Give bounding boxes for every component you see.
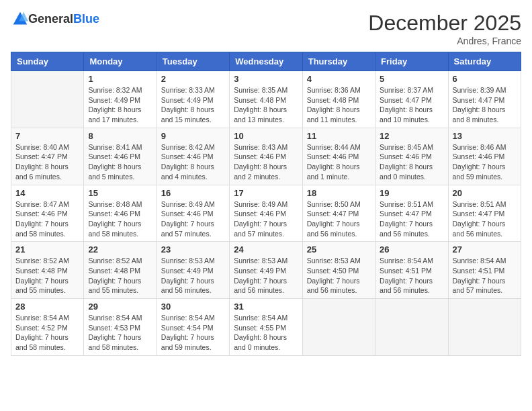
day-detail: Sunrise: 8:53 AMSunset: 4:49 PMDaylight:… <box>234 256 298 295</box>
calendar-cell: 15Sunrise: 8:48 AMSunset: 4:46 PMDayligh… <box>84 185 157 242</box>
day-detail: Sunrise: 8:51 AMSunset: 4:47 PMDaylight:… <box>453 199 517 239</box>
day-number: 12 <box>380 131 443 141</box>
day-detail: Sunrise: 8:45 AMSunset: 4:46 PMDaylight:… <box>380 142 443 182</box>
day-detail: Sunrise: 8:49 AMSunset: 4:46 PMDaylight:… <box>234 199 298 239</box>
calendar-cell: 6Sunrise: 8:39 AMSunset: 4:47 PMDaylight… <box>448 71 521 128</box>
calendar-week-row: 7Sunrise: 8:40 AMSunset: 4:47 PMDaylight… <box>11 128 521 185</box>
day-number: 30 <box>161 302 225 312</box>
day-number: 26 <box>380 244 443 255</box>
day-number: 27 <box>453 244 517 255</box>
calendar-cell: 20Sunrise: 8:51 AMSunset: 4:47 PMDayligh… <box>448 185 521 242</box>
day-number: 24 <box>234 244 298 255</box>
calendar-cell: 23Sunrise: 8:53 AMSunset: 4:49 PMDayligh… <box>157 242 229 299</box>
calendar-cell: 14Sunrise: 8:47 AMSunset: 4:46 PMDayligh… <box>11 185 84 242</box>
day-detail: Sunrise: 8:53 AMSunset: 4:49 PMDaylight:… <box>161 256 225 295</box>
day-number: 3 <box>234 74 298 84</box>
calendar-cell <box>11 71 84 128</box>
day-number: 11 <box>307 131 371 141</box>
day-number: 4 <box>307 74 371 84</box>
day-detail: Sunrise: 8:43 AMSunset: 4:46 PMDaylight:… <box>234 142 298 182</box>
day-detail: Sunrise: 8:35 AMSunset: 4:48 PMDaylight:… <box>234 85 298 125</box>
calendar-week-row: 14Sunrise: 8:47 AMSunset: 4:46 PMDayligh… <box>11 185 521 242</box>
calendar-cell: 2Sunrise: 8:33 AMSunset: 4:49 PMDaylight… <box>157 71 229 128</box>
day-number: 20 <box>453 188 517 198</box>
calendar-day-header: Thursday <box>302 52 375 71</box>
calendar-cell: 13Sunrise: 8:46 AMSunset: 4:46 PMDayligh… <box>448 128 521 185</box>
calendar-cell: 27Sunrise: 8:54 AMSunset: 4:51 PMDayligh… <box>448 242 521 299</box>
calendar-cell: 24Sunrise: 8:53 AMSunset: 4:49 PMDayligh… <box>230 242 302 299</box>
day-number: 31 <box>234 302 298 312</box>
day-number: 22 <box>88 244 152 255</box>
day-number: 17 <box>234 188 298 198</box>
calendar-cell: 12Sunrise: 8:45 AMSunset: 4:46 PMDayligh… <box>375 128 448 185</box>
calendar-cell: 1Sunrise: 8:32 AMSunset: 4:49 PMDaylight… <box>84 71 157 128</box>
day-detail: Sunrise: 8:51 AMSunset: 4:47 PMDaylight:… <box>380 199 443 239</box>
calendar-week-row: 21Sunrise: 8:52 AMSunset: 4:48 PMDayligh… <box>11 242 521 299</box>
day-detail: Sunrise: 8:44 AMSunset: 4:46 PMDaylight:… <box>307 142 371 182</box>
calendar-cell <box>302 299 375 356</box>
calendar-cell: 22Sunrise: 8:52 AMSunset: 4:48 PMDayligh… <box>84 242 157 299</box>
day-number: 1 <box>88 74 152 84</box>
day-number: 13 <box>453 131 517 141</box>
day-number: 5 <box>380 74 443 84</box>
calendar-cell: 29Sunrise: 8:54 AMSunset: 4:53 PMDayligh… <box>84 299 157 356</box>
day-detail: Sunrise: 8:32 AMSunset: 4:49 PMDaylight:… <box>88 85 152 125</box>
day-detail: Sunrise: 8:54 AMSunset: 4:51 PMDaylight:… <box>380 256 443 295</box>
calendar-cell <box>375 299 448 356</box>
day-detail: Sunrise: 8:48 AMSunset: 4:46 PMDaylight:… <box>88 199 152 239</box>
calendar-cell: 25Sunrise: 8:53 AMSunset: 4:50 PMDayligh… <box>302 242 375 299</box>
calendar-cell: 8Sunrise: 8:41 AMSunset: 4:46 PMDaylight… <box>84 128 157 185</box>
day-detail: Sunrise: 8:49 AMSunset: 4:46 PMDaylight:… <box>161 199 225 239</box>
calendar: SundayMondayTuesdayWednesdayThursdayFrid… <box>11 52 521 356</box>
calendar-cell: 5Sunrise: 8:37 AMSunset: 4:47 PMDaylight… <box>375 71 448 128</box>
day-detail: Sunrise: 8:52 AMSunset: 4:48 PMDaylight:… <box>88 256 152 295</box>
day-detail: Sunrise: 8:53 AMSunset: 4:50 PMDaylight:… <box>307 256 371 295</box>
day-number: 9 <box>161 131 225 141</box>
logo: GeneralBlue <box>11 11 99 27</box>
calendar-cell: 18Sunrise: 8:50 AMSunset: 4:47 PMDayligh… <box>302 185 375 242</box>
calendar-week-row: 1Sunrise: 8:32 AMSunset: 4:49 PMDaylight… <box>11 71 521 128</box>
day-detail: Sunrise: 8:40 AMSunset: 4:47 PMDaylight:… <box>15 142 79 182</box>
calendar-day-header: Wednesday <box>230 52 302 71</box>
calendar-cell: 3Sunrise: 8:35 AMSunset: 4:48 PMDaylight… <box>230 71 302 128</box>
day-detail: Sunrise: 8:54 AMSunset: 4:52 PMDaylight:… <box>15 313 79 353</box>
day-number: 19 <box>380 188 443 198</box>
day-detail: Sunrise: 8:42 AMSunset: 4:46 PMDaylight:… <box>161 142 225 182</box>
day-number: 15 <box>88 188 152 198</box>
logo-text-blue: Blue <box>73 12 99 26</box>
calendar-cell: 9Sunrise: 8:42 AMSunset: 4:46 PMDaylight… <box>157 128 229 185</box>
day-detail: Sunrise: 8:54 AMSunset: 4:53 PMDaylight:… <box>88 313 152 353</box>
calendar-cell: 31Sunrise: 8:54 AMSunset: 4:55 PMDayligh… <box>230 299 302 356</box>
calendar-cell: 28Sunrise: 8:54 AMSunset: 4:52 PMDayligh… <box>11 299 84 356</box>
calendar-cell <box>448 299 521 356</box>
day-number: 8 <box>88 131 152 141</box>
day-detail: Sunrise: 8:46 AMSunset: 4:46 PMDaylight:… <box>453 142 517 182</box>
day-detail: Sunrise: 8:54 AMSunset: 4:54 PMDaylight:… <box>161 313 225 353</box>
calendar-cell: 21Sunrise: 8:52 AMSunset: 4:48 PMDayligh… <box>11 242 84 299</box>
day-number: 25 <box>307 244 371 255</box>
day-number: 18 <box>307 188 371 198</box>
logo-text-general: General <box>28 12 73 26</box>
day-detail: Sunrise: 8:54 AMSunset: 4:55 PMDaylight:… <box>234 313 298 353</box>
day-number: 28 <box>15 302 79 312</box>
day-number: 2 <box>161 74 225 84</box>
day-detail: Sunrise: 8:54 AMSunset: 4:51 PMDaylight:… <box>453 256 517 295</box>
calendar-day-header: Tuesday <box>157 52 229 71</box>
calendar-week-row: 28Sunrise: 8:54 AMSunset: 4:52 PMDayligh… <box>11 299 521 356</box>
calendar-cell: 17Sunrise: 8:49 AMSunset: 4:46 PMDayligh… <box>230 185 302 242</box>
day-detail: Sunrise: 8:39 AMSunset: 4:47 PMDaylight:… <box>453 85 517 125</box>
calendar-cell: 11Sunrise: 8:44 AMSunset: 4:46 PMDayligh… <box>302 128 375 185</box>
day-detail: Sunrise: 8:33 AMSunset: 4:49 PMDaylight:… <box>161 85 225 125</box>
calendar-cell: 19Sunrise: 8:51 AMSunset: 4:47 PMDayligh… <box>375 185 448 242</box>
calendar-cell: 30Sunrise: 8:54 AMSunset: 4:54 PMDayligh… <box>157 299 229 356</box>
calendar-day-header: Monday <box>84 52 157 71</box>
page-header: GeneralBlue December 2025 Andres, France <box>11 11 521 46</box>
day-detail: Sunrise: 8:36 AMSunset: 4:48 PMDaylight:… <box>307 85 371 125</box>
day-detail: Sunrise: 8:47 AMSunset: 4:46 PMDaylight:… <box>15 199 79 239</box>
calendar-day-header: Friday <box>375 52 448 71</box>
day-detail: Sunrise: 8:50 AMSunset: 4:47 PMDaylight:… <box>307 199 371 239</box>
calendar-day-header: Saturday <box>448 52 521 71</box>
title-area: December 2025 Andres, France <box>368 11 521 46</box>
calendar-cell: 26Sunrise: 8:54 AMSunset: 4:51 PMDayligh… <box>375 242 448 299</box>
day-number: 23 <box>161 244 225 255</box>
